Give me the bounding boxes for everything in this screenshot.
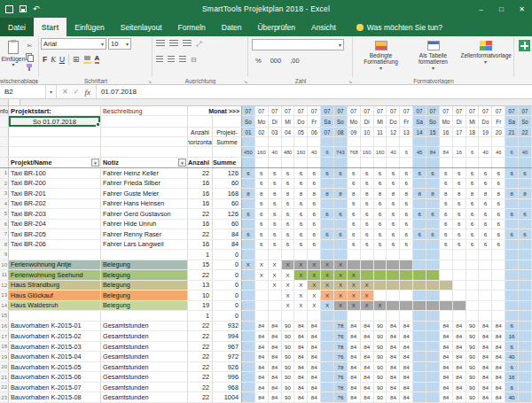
header-cell[interactable] <box>453 158 466 167</box>
header-cell[interactable] <box>361 158 374 167</box>
gantt-cell[interactable]: 84 <box>294 352 308 361</box>
gantt-cell[interactable]: 6 <box>479 220 492 229</box>
notiz-cell[interactable]: Gesamtstunden <box>101 392 188 402</box>
gantt-cell[interactable] <box>519 372 532 382</box>
header-cell[interactable] <box>426 158 440 167</box>
gantt-cell[interactable]: 6 <box>519 229 532 239</box>
day-name-cell[interactable]: Sa <box>505 116 519 127</box>
gantt-cell[interactable] <box>374 270 387 280</box>
save-icon[interactable] <box>20 5 27 12</box>
row-number[interactable]: 9 <box>0 250 9 260</box>
column-header-summe[interactable]: Summe <box>213 158 242 167</box>
gantt-cell[interactable] <box>466 281 480 291</box>
gantt-cell[interactable]: 90 <box>282 362 295 372</box>
gantt-cell[interactable]: 84 <box>387 383 400 392</box>
notiz-cell[interactable]: Fahrer Renny Raser <box>101 229 188 239</box>
gantt-cell[interactable] <box>294 311 308 321</box>
header-cell[interactable] <box>255 137 269 146</box>
gantt-cell[interactable] <box>269 291 282 300</box>
gantt-cell[interactable]: 84 <box>361 383 374 392</box>
gantt-cell[interactable]: X <box>308 291 321 300</box>
day-total-cell[interactable]: 6 <box>466 147 480 157</box>
gantt-cell[interactable]: X <box>321 270 334 280</box>
gantt-cell[interactable]: 6 <box>308 240 321 250</box>
gantt-cell[interactable] <box>387 250 400 260</box>
close-button[interactable]: ✕ <box>512 0 532 18</box>
gantt-cell[interactable]: 6 <box>374 209 387 219</box>
header-cell[interactable] <box>453 137 466 146</box>
gantt-cell[interactable] <box>519 179 532 189</box>
anzahl-cell[interactable]: 22 <box>188 229 213 239</box>
cut-icon[interactable]: ✂ <box>25 42 35 50</box>
gantt-cell[interactable] <box>242 352 255 361</box>
gantt-cell[interactable]: 6 <box>505 342 519 352</box>
align-center-icon[interactable] <box>168 56 175 63</box>
gantt-cell[interactable] <box>242 331 255 341</box>
notiz-cell[interactable]: Belegung <box>101 260 188 270</box>
gantt-cell[interactable]: 84 <box>269 392 282 402</box>
merge-center-icon[interactable]: ⊟ <box>191 56 197 64</box>
anzahl-cell[interactable]: 22 <box>188 331 213 341</box>
gantt-cell[interactable]: X <box>255 260 269 270</box>
gantt-cell[interactable]: 6 <box>426 168 440 178</box>
gantt-cell[interactable]: 84 <box>440 342 453 352</box>
gantt-cell[interactable]: 6 <box>242 229 255 239</box>
gantt-cell[interactable] <box>321 311 334 321</box>
project-name-cell[interactable]: Ferienwohnung Seehund <box>9 270 101 280</box>
gantt-cell[interactable]: 84 <box>479 392 492 402</box>
gantt-cell[interactable] <box>426 270 440 280</box>
gantt-cell[interactable]: 8 <box>519 189 532 198</box>
gantt-cell[interactable]: 84 <box>453 322 466 331</box>
gantt-cell[interactable] <box>348 260 361 270</box>
gantt-cell[interactable]: 6 <box>282 179 295 189</box>
gantt-cell[interactable]: 6 <box>453 168 466 178</box>
day-number-cell[interactable]: 14 <box>413 128 426 136</box>
anzahl-cell[interactable]: 19 <box>188 301 213 311</box>
gantt-cell[interactable] <box>400 281 413 291</box>
notiz-cell[interactable]: Fahrer Hans Heinsen <box>101 199 188 209</box>
gantt-cell[interactable] <box>269 250 282 260</box>
gantt-cell[interactable]: 84 <box>453 331 466 341</box>
gantt-cell[interactable]: 84 <box>255 352 269 361</box>
gantt-cell[interactable] <box>242 220 255 229</box>
gantt-cell[interactable]: 6 <box>387 179 400 189</box>
gantt-cell[interactable] <box>242 240 255 250</box>
gantt-cell[interactable] <box>440 291 453 300</box>
gantt-cell[interactable] <box>453 260 466 270</box>
gantt-cell[interactable] <box>453 281 466 291</box>
tab-überprüfen[interactable]: Überprüfen <box>249 18 303 36</box>
gantt-cell[interactable]: 90 <box>374 342 387 352</box>
gantt-cell[interactable]: 6 <box>269 199 282 209</box>
gantt-cell[interactable] <box>413 281 426 291</box>
gantt-cell[interactable] <box>413 311 426 321</box>
gantt-cell[interactable]: X <box>321 291 334 300</box>
notiz-cell[interactable]: Fahrer Guste Meier <box>101 189 188 198</box>
header-cell[interactable] <box>321 158 334 167</box>
day-name-cell[interactable]: So <box>334 116 348 127</box>
gantt-cell[interactable]: X <box>294 270 308 280</box>
gantt-cell[interactable]: 84 <box>492 392 505 402</box>
gantt-cell[interactable]: 84 <box>492 383 505 392</box>
gantt-cell[interactable]: 90 <box>466 322 480 331</box>
gantt-cell[interactable] <box>242 291 255 300</box>
day-number-cell[interactable]: 08 <box>334 128 348 136</box>
gantt-cell[interactable]: 84 <box>255 392 269 402</box>
project-name-cell[interactable]: Taxi BR-203 <box>9 209 101 219</box>
project-name-cell[interactable]: Taxi BR-100 <box>9 168 101 178</box>
day-total-cell[interactable]: 6 <box>400 147 413 157</box>
gantt-cell[interactable]: 6 <box>453 199 466 209</box>
gantt-cell[interactable]: 6 <box>466 168 480 178</box>
project-name-cell[interactable]: Haus Glückauf <box>9 291 101 300</box>
anzahl-cell[interactable]: 13 <box>188 281 213 291</box>
gantt-cell[interactable]: 90 <box>466 383 480 392</box>
gantt-cell[interactable]: 84 <box>400 372 413 382</box>
day-total-cell[interactable]: 40 <box>387 147 400 157</box>
filter-dropdown-icon[interactable]: ▾ <box>91 159 99 167</box>
gantt-cell[interactable] <box>255 301 269 311</box>
gantt-cell[interactable] <box>492 291 505 300</box>
gantt-cell[interactable]: X <box>269 270 282 280</box>
gantt-cell[interactable]: 90 <box>282 342 295 352</box>
gantt-cell[interactable] <box>519 392 532 402</box>
gantt-cell[interactable] <box>479 281 492 291</box>
anzahl-cell[interactable]: 16 <box>188 240 213 250</box>
